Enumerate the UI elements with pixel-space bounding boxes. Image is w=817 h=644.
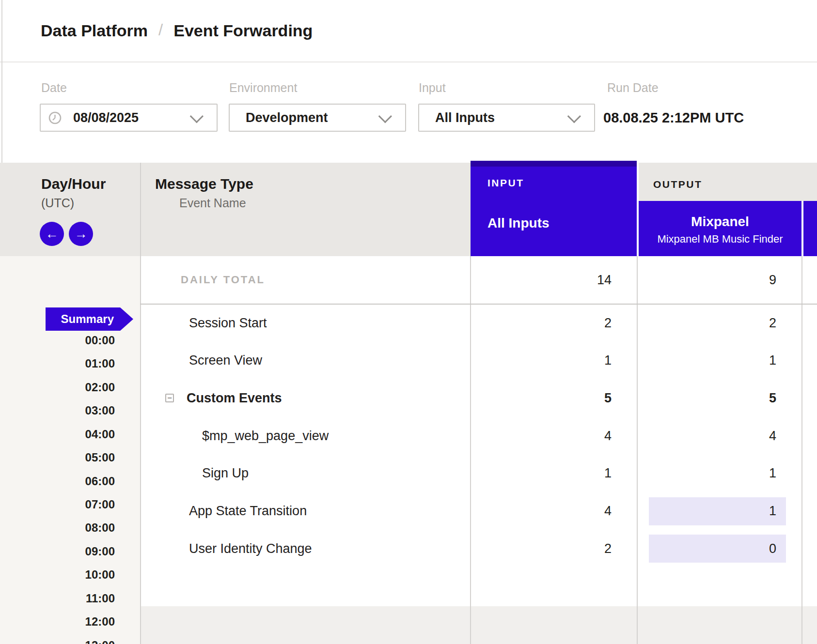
summary-row-marker[interactable]: Summary	[46, 307, 133, 331]
row-label-text: Custom Events	[187, 391, 282, 406]
row-label: Session Start	[141, 304, 470, 342]
chevron-down-icon	[190, 109, 204, 123]
hour-row-1000[interactable]: 10:00	[0, 567, 115, 582]
row-label-text: App State Transition	[189, 504, 307, 519]
output-column-subtitle: Mixpanel MB Music Finder	[639, 233, 801, 245]
row-label-text: Session Start	[189, 316, 267, 331]
input-count-cell[interactable]: 4	[471, 492, 637, 530]
chevron-down-icon	[567, 109, 581, 123]
hour-row-0300[interactable]: 03:00	[0, 403, 115, 418]
output-count-cell[interactable]: 5	[639, 379, 801, 417]
input-value: All Inputs	[435, 110, 495, 125]
row-label: App State Transition	[141, 492, 470, 530]
input-count-cell[interactable]: 5	[471, 379, 637, 417]
output-count-cell[interactable]: 4	[639, 417, 801, 455]
input-count-cell[interactable]: 2	[471, 304, 637, 342]
input-count-cell[interactable]: 2	[471, 530, 637, 567]
day-hour-subtitle: (UTC)	[41, 196, 74, 210]
environment-value: Development	[246, 110, 328, 125]
row-label: $mp_web_page_view	[141, 417, 470, 455]
breadcrumb: Data Platform / Event Forwarding	[41, 0, 313, 61]
input-count-cell[interactable]: 4	[471, 417, 637, 455]
hour-row-1100[interactable]: 11:00	[0, 591, 115, 606]
run-date-label: Run Date	[607, 80, 659, 95]
row-label: Screen View	[141, 342, 470, 380]
header-divider	[0, 61, 817, 62]
row-label: User Identity Change	[141, 530, 470, 567]
environment-filter-label: Environment	[229, 80, 297, 95]
date-dropdown[interactable]: 08/08/2025	[40, 104, 218, 132]
collapse-toggle-icon[interactable]: −	[165, 394, 174, 402]
arrow-right-icon: →	[75, 227, 88, 242]
run-date-value: 08.08.25 2:12PM UTC	[603, 104, 744, 132]
input-column-name: All Inputs	[487, 215, 550, 231]
row-label-text: Sign Up	[202, 466, 249, 481]
breadcrumb-parent[interactable]: Data Platform	[41, 21, 148, 40]
input-count-cell[interactable]: 1	[471, 455, 637, 492]
event-name-subtitle: Event Name	[179, 196, 246, 210]
hour-row-0200[interactable]: 02:00	[0, 380, 115, 395]
grid-vline	[801, 256, 802, 644]
date-value: 08/08/2025	[73, 110, 139, 125]
row-label: Sign Up	[141, 455, 470, 492]
input-filter-label: Input	[419, 80, 446, 95]
message-type-header: Message Type	[155, 175, 253, 193]
output-count-cell[interactable]: 0	[639, 530, 801, 567]
hour-row-0700[interactable]: 07:00	[0, 497, 115, 512]
hour-row-0900[interactable]: 09:00	[0, 544, 115, 559]
hour-row-1200[interactable]: 12:00	[0, 614, 115, 629]
event-forwarding-page: Data Platform / Event Forwarding Date En…	[0, 0, 817, 644]
row-label-text: $mp_web_page_view	[202, 429, 329, 444]
breadcrumb-current: Event Forwarding	[173, 21, 313, 40]
breadcrumb-separator: /	[158, 21, 163, 39]
output-count-cell[interactable]: 1	[639, 492, 801, 530]
row-label-text: Screen View	[189, 353, 262, 368]
daily-total-label: DAILY TOTAL	[181, 256, 265, 304]
output-group-label: OUTPUT	[653, 178, 702, 191]
arrow-left-icon: ←	[46, 227, 59, 242]
day-hour-header: Day/Hour	[41, 175, 106, 193]
output-count-cell[interactable]: 2	[639, 304, 801, 342]
input-group-label: INPUT	[487, 177, 524, 189]
row-label-text: User Identity Change	[189, 541, 312, 556]
hour-row-0800[interactable]: 08:00	[0, 521, 115, 535]
daily-total-output-value: 9	[639, 261, 801, 299]
daily-total-input-value: 14	[471, 261, 637, 299]
previous-day-button[interactable]: ←	[40, 222, 64, 246]
next-output-column-header[interactable]	[803, 201, 817, 256]
next-day-button[interactable]: →	[69, 222, 93, 246]
date-filter-label: Date	[41, 80, 67, 95]
clock-icon	[48, 111, 62, 124]
hour-row-1300[interactable]: 13:00	[0, 638, 115, 644]
hour-row-0400[interactable]: 04:00	[0, 427, 115, 442]
hour-row-0000[interactable]: 00:00	[0, 333, 115, 348]
table-footer-area	[140, 606, 817, 644]
hour-row-0500[interactable]: 05:00	[0, 450, 115, 465]
input-count-cell[interactable]: 1	[471, 342, 637, 380]
output-column-header[interactable]: Mixpanel Mixpanel MB Music Finder	[639, 201, 801, 256]
environment-dropdown[interactable]: Development	[229, 104, 406, 132]
input-column-accent-strip	[471, 161, 637, 167]
hour-row-0600[interactable]: 06:00	[0, 474, 115, 489]
input-dropdown[interactable]: All Inputs	[418, 104, 595, 132]
grid-vline	[637, 256, 638, 644]
output-count-cell[interactable]: 1	[639, 455, 801, 492]
chevron-down-icon	[378, 109, 392, 123]
output-column-name: Mixpanel	[639, 214, 801, 230]
input-column-header[interactable]: INPUT All Inputs	[471, 161, 637, 256]
summary-label: Summary	[46, 307, 120, 331]
hour-row-0100[interactable]: 01:00	[0, 356, 115, 371]
output-count-cell[interactable]: 1	[639, 342, 801, 380]
summary-arrow-tip	[120, 307, 133, 331]
row-label[interactable]: −Custom Events	[141, 379, 470, 417]
